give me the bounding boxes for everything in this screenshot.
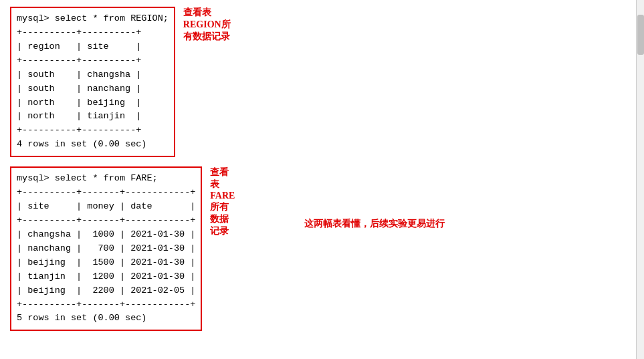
fare-command: mysql> select * from FARE;	[17, 173, 158, 183]
region-annotation: 查看表REGION所有数据记录	[183, 7, 237, 43]
right-panel: 这两幅表看懂，后续实验更易进行	[251, 7, 445, 334]
fare-sql-box: mysql> select * from FARE; +----------+-…	[10, 166, 202, 331]
fare-annotation: 查看表FARE所有数据记录	[210, 166, 237, 237]
region-table: +----------+----------+ | region | site …	[17, 27, 146, 149]
scrollbar[interactable]	[636, 0, 644, 359]
fare-table: +----------+-------+------------+ | site…	[17, 187, 195, 323]
region-section: mysql> select * from REGION; +----------…	[10, 7, 237, 160]
left-panel: mysql> select * from REGION; +----------…	[10, 7, 237, 334]
region-command: mysql> select * from REGION;	[17, 13, 169, 23]
scrollbar-thumb[interactable]	[637, 15, 644, 55]
region-sql-box: mysql> select * from REGION; +----------…	[10, 7, 175, 157]
right-annotation-text: 这两幅表看懂，后续实验更易进行	[304, 218, 445, 230]
fare-section: mysql> select * from FARE; +----------+-…	[10, 166, 237, 334]
main-content: mysql> select * from REGION; +----------…	[0, 0, 644, 340]
